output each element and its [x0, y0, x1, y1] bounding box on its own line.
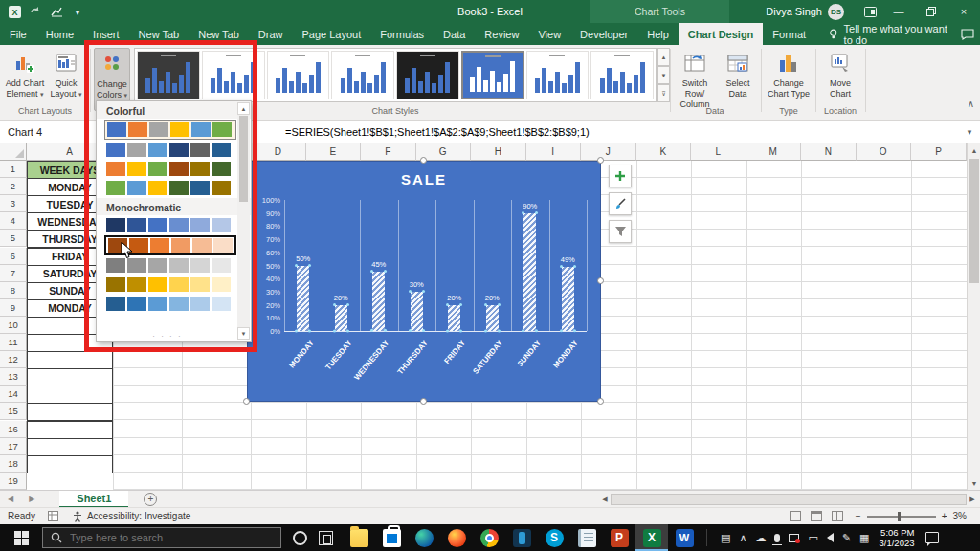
account-area[interactable]: Divya Singh DS — [766, 0, 877, 23]
column-header-N[interactable]: N — [801, 143, 857, 161]
chart-resize-handle[interactable] — [597, 277, 604, 284]
row-header-14[interactable]: 14 — [0, 386, 27, 403]
sheet-tab-sheet1[interactable]: Sheet1 — [59, 491, 128, 508]
ribbon-tab-developer[interactable]: Developer — [570, 23, 637, 45]
ribbon-tab-chart-design[interactable]: Chart Design — [679, 23, 763, 45]
page-break-view-icon[interactable] — [832, 511, 843, 521]
maximize-button[interactable] — [915, 0, 947, 23]
skype-taskbar-button[interactable] — [538, 524, 570, 551]
bar-sunday-7[interactable] — [523, 213, 536, 331]
colorful-scheme-row-2[interactable] — [104, 141, 236, 159]
monochromatic-scheme-row-1[interactable] — [104, 216, 236, 234]
search-input[interactable] — [70, 532, 261, 543]
row-header-7[interactable]: 7 — [0, 265, 27, 282]
macro-record-icon[interactable] — [48, 511, 58, 521]
cell-A14[interactable] — [27, 386, 113, 404]
chart-resize-handle[interactable] — [597, 157, 604, 164]
chart-title[interactable]: SALE — [248, 171, 600, 187]
sheet-next-icon[interactable]: ▶ — [21, 495, 42, 503]
colorful-scheme-row-1[interactable] — [104, 120, 236, 140]
row-header-1[interactable]: 1 — [0, 161, 27, 178]
volume-icon[interactable] — [827, 533, 834, 542]
bar-monday-1[interactable] — [297, 266, 309, 332]
column-header-F[interactable]: F — [361, 143, 416, 161]
chart-styles-button[interactable] — [609, 192, 632, 215]
chart-resize-handle[interactable] — [420, 157, 427, 164]
bar-saturday-6[interactable] — [486, 305, 499, 331]
horizontal-scrollbar[interactable]: ◀ ▶ — [599, 493, 978, 506]
column-header-I[interactable]: I — [526, 143, 582, 161]
column-header-M[interactable]: M — [746, 143, 802, 161]
cell-A13[interactable] — [27, 368, 113, 386]
ribbon-tab-new-tab[interactable]: New Tab — [129, 23, 189, 45]
chart-style-4[interactable] — [331, 51, 394, 99]
chart-resize-handle[interactable] — [420, 398, 427, 405]
menu-scrollbar[interactable]: ▲ ▼ — [237, 102, 250, 340]
row-header-3[interactable]: 3 — [0, 195, 27, 212]
notepad-taskbar-button[interactable] — [570, 524, 603, 551]
column-header-K[interactable]: K — [636, 143, 692, 161]
scroll-left-icon[interactable]: ◀ — [599, 496, 611, 503]
formula-bar-expand-icon[interactable]: ▾ — [959, 127, 980, 137]
bar-wednesday-3[interactable] — [372, 272, 385, 331]
new-sheet-icon[interactable]: + — [144, 493, 157, 506]
chart-style-3[interactable] — [267, 51, 330, 99]
cell-A17[interactable] — [27, 438, 113, 456]
display-icon[interactable]: ▭ — [808, 532, 817, 543]
row-header-16[interactable]: 16 — [0, 421, 27, 438]
taskbar-clock[interactable]: 5:06 PM 3/1/2023 — [880, 527, 915, 548]
sheet-prev-icon[interactable]: ◀ — [0, 495, 21, 503]
select-all-corner[interactable] — [0, 143, 27, 161]
colorful-scheme-row-3[interactable] — [104, 160, 236, 178]
file-explorer-taskbar-button[interactable] — [343, 524, 375, 551]
move-chart-button[interactable]: MoveChart — [819, 48, 861, 111]
microphone-icon[interactable] — [774, 534, 780, 542]
ribbon-tab-data[interactable]: Data — [434, 23, 475, 45]
row-header-4[interactable]: 4 — [0, 212, 27, 230]
row-header-17[interactable]: 17 — [0, 438, 27, 455]
zoom-slider-knob[interactable] — [898, 512, 901, 521]
row-header-13[interactable]: 13 — [0, 368, 27, 386]
row-header-11[interactable]: 11 — [0, 334, 27, 351]
cell-A18[interactable] — [27, 455, 113, 474]
task-view-icon[interactable] — [319, 531, 333, 545]
ribbon-tab-insert[interactable]: Insert — [83, 23, 129, 45]
touch-keyboard-icon[interactable]: ▦ — [859, 532, 869, 543]
edge-taskbar-button[interactable] — [408, 524, 440, 551]
tell-me-box[interactable]: Tell me what you want to do — [815, 23, 955, 45]
excel-taskbar-button[interactable] — [635, 524, 668, 551]
add-chart-element-button[interactable]: Add ChartElement ▾ — [4, 48, 46, 111]
accessibility-status[interactable]: Accessibility: Investigate — [87, 511, 190, 521]
column-header-P[interactable]: P — [911, 143, 967, 161]
row-header-18[interactable]: 18 — [0, 455, 27, 473]
monochromatic-scheme-row-4[interactable] — [104, 276, 236, 294]
onedrive-icon[interactable]: ☁ — [755, 532, 766, 543]
row-header-6[interactable]: 6 — [0, 248, 27, 265]
row-header-9[interactable]: 9 — [0, 299, 27, 317]
chevron-up-icon[interactable]: ∧ — [739, 532, 746, 543]
word-taskbar-button[interactable] — [668, 524, 701, 551]
reading-mode-icon[interactable] — [863, 5, 877, 18]
chart-style-8[interactable] — [590, 51, 654, 99]
cell-A19[interactable] — [27, 473, 113, 490]
bar-thursday-4[interactable] — [411, 292, 423, 331]
ribbon-tab-home[interactable]: Home — [36, 23, 83, 45]
ribbon-tab-view[interactable]: View — [528, 23, 570, 45]
ribbon-tab-new-tab[interactable]: New Tab — [189, 23, 249, 45]
row-header-10[interactable]: 10 — [0, 317, 27, 334]
snip-icon[interactable] — [789, 534, 799, 542]
cell-A15[interactable] — [27, 403, 113, 421]
chart-filters-button[interactable] — [609, 220, 632, 243]
chart-style-5[interactable] — [396, 51, 459, 99]
chart-style-6[interactable] — [461, 51, 524, 99]
horizontal-scroll-thumb[interactable] — [611, 494, 967, 505]
start-button[interactable] — [0, 524, 42, 551]
collapse-ribbon-icon[interactable]: ∧ — [968, 99, 974, 109]
vertical-scroll-thumb[interactable] — [969, 159, 979, 283]
notification-center-icon[interactable] — [925, 532, 939, 543]
close-button[interactable]: × — [947, 0, 980, 23]
gallery-down-icon[interactable]: ▼ — [657, 66, 670, 84]
quick-layout-button[interactable]: QuickLayout ▾ — [46, 48, 86, 111]
chrome-taskbar-button[interactable] — [473, 524, 505, 551]
cell-A16[interactable] — [27, 421, 113, 439]
